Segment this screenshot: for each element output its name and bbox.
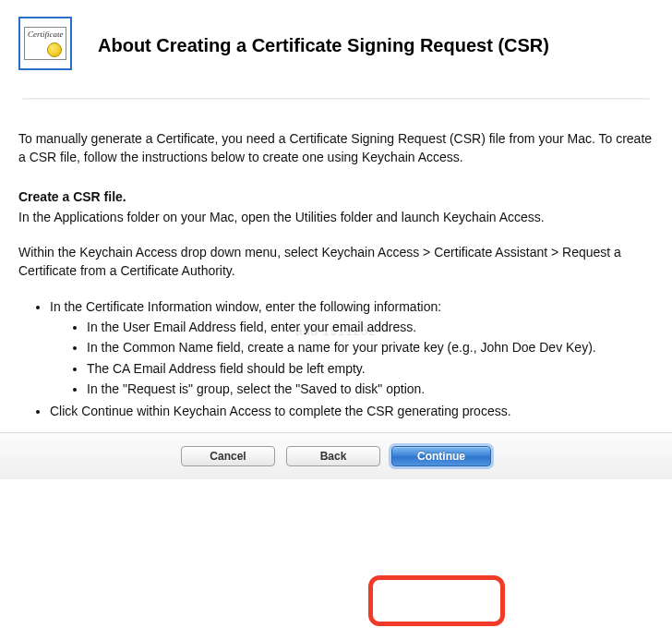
- certificate-seal-icon: [47, 42, 62, 57]
- list-item-text: In the Certificate Information window, e…: [50, 299, 441, 314]
- certificate-icon: Certificate: [18, 17, 72, 70]
- list-item: In the User Email Address field, enter y…: [87, 318, 654, 336]
- paragraph-menu-path: Within the Keychain Access drop down men…: [18, 243, 654, 281]
- list-item: In the "Request is" group, select the "S…: [87, 380, 654, 398]
- header-section: Certificate About Creating a Certificate…: [0, 0, 672, 100]
- content-area: To manually generate a Certificate, you …: [0, 100, 672, 432]
- list-item: In the Common Name field, create a name …: [87, 338, 654, 356]
- instruction-list: In the Certificate Information window, e…: [18, 297, 654, 421]
- section-heading: Create a CSR file.: [18, 187, 654, 206]
- intro-paragraph: To manually generate a Certificate, you …: [18, 129, 654, 167]
- header-row: Certificate About Creating a Certificate…: [18, 17, 654, 89]
- back-button[interactable]: Back: [286, 446, 380, 466]
- page-title: About Creating a Certificate Signing Req…: [98, 35, 549, 56]
- continue-button[interactable]: Continue: [391, 446, 491, 466]
- cancel-button[interactable]: Cancel: [181, 446, 275, 466]
- certificate-icon-label: Certificate: [28, 30, 64, 39]
- list-item: The CA Email Address field should be lef…: [87, 359, 654, 378]
- list-item: In the Certificate Information window, e…: [50, 297, 654, 398]
- instruction-sublist: In the User Email Address field, enter y…: [50, 318, 654, 398]
- list-item: Click Continue within Keychain Access to…: [50, 402, 654, 420]
- button-bar: Cancel Back Continue: [0, 432, 672, 479]
- paragraph-open-keychain: In the Applications folder on your Mac, …: [18, 208, 654, 226]
- continue-highlight-annotation: [368, 575, 505, 626]
